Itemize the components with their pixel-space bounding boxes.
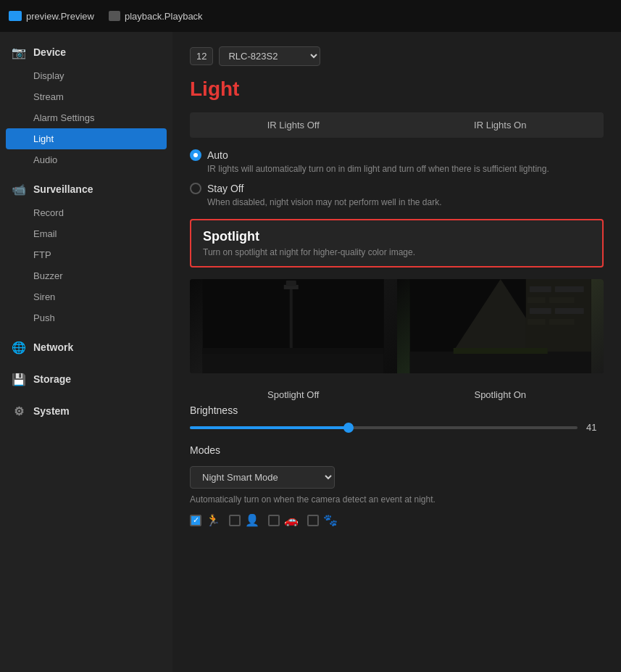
sidebar-system-header[interactable]: ⚙ System (0, 398, 172, 424)
modes-label: Modes (190, 444, 604, 456)
vehicle-icon: 🚗 (284, 513, 299, 527)
slider-thumb[interactable] (343, 423, 354, 433)
svg-rect-3 (286, 281, 296, 286)
detect-person: 👤 (229, 513, 259, 527)
sidebar-storage-section: 💾 Storage (0, 366, 172, 392)
sidebar-network-header[interactable]: 🌐 Network (0, 334, 172, 360)
mode-dropdown[interactable]: Night Smart Mode Auto Schedule (190, 466, 335, 489)
device-number: 12 (190, 47, 213, 65)
sidebar-item-light[interactable]: Light (6, 128, 167, 149)
person-icon: 👤 (245, 513, 259, 527)
radio-auto-text: Auto (207, 149, 228, 161)
sidebar-storage-label: Storage (33, 373, 71, 385)
mode-description: Automatically turn on when the camera de… (190, 494, 604, 505)
sidebar-item-stream[interactable]: Stream (0, 86, 172, 107)
person-checkbox[interactable] (229, 515, 241, 526)
sidebar-item-buzzer[interactable]: Buzzer (0, 265, 172, 286)
sidebar-surveillance-header: 📹 Surveillance (0, 176, 172, 202)
sidebar-item-push[interactable]: Push (0, 307, 172, 328)
radio-auto-label[interactable]: Auto (190, 149, 604, 161)
sidebar-item-ftp[interactable]: FTP (0, 244, 172, 265)
preview-left (190, 279, 397, 373)
sidebar-storage-header[interactable]: 💾 Storage (0, 366, 172, 392)
sidebar-network-label: Network (33, 341, 73, 353)
svg-rect-1 (290, 286, 293, 352)
svg-rect-14 (554, 308, 583, 314)
device-selector: 12 RLC-823S2 (190, 46, 604, 66)
sidebar-item-audio[interactable]: Audio (0, 149, 172, 170)
pet-checkbox[interactable] (307, 515, 319, 526)
svg-rect-10 (554, 286, 583, 292)
ir-tabs: IR Lights Off IR Lights On (190, 112, 604, 138)
svg-rect-13 (529, 308, 551, 314)
svg-rect-4 (203, 352, 384, 373)
preview-images: Spotlight Off Spotlight On (190, 279, 604, 405)
svg-rect-16 (549, 319, 574, 325)
slider-container: 41 (190, 422, 604, 433)
sidebar-item-display[interactable]: Display (0, 65, 172, 86)
radio-stayoff-circle[interactable] (190, 183, 201, 194)
content-area: 12 RLC-823S2 Light IR Lights Off IR Ligh… (172, 32, 621, 672)
motion-icon: 🏃 (206, 513, 220, 527)
radio-auto: Auto IR lights will automatically turn o… (190, 149, 604, 174)
preview-label-on: Spotlight On (397, 385, 604, 405)
sidebar-device-header: 📷 Device (0, 39, 172, 65)
playback-tab[interactable]: playback.Playback (109, 11, 203, 22)
preview-container (190, 279, 604, 373)
preview-label: preview.Preview (26, 11, 94, 22)
slider-fill (190, 426, 349, 429)
radio-auto-desc: IR lights will automatically turn on in … (207, 164, 604, 174)
spotlight-box[interactable]: Spotlight Turn on spotlight at night for… (190, 219, 604, 267)
vehicle-checkbox[interactable] (268, 515, 280, 526)
preview-tab[interactable]: preview.Preview (9, 11, 94, 22)
sidebar-item-email[interactable]: Email (0, 223, 172, 244)
brightness-value: 41 (586, 422, 604, 433)
main-layout: 📷 Device Display Stream Alarm Settings L… (0, 32, 621, 672)
sidebar-system-section: ⚙ System (0, 398, 172, 424)
svg-rect-17 (409, 352, 591, 373)
ir-tab-off[interactable]: IR Lights Off (190, 112, 397, 138)
detect-vehicle: 🚗 (268, 513, 299, 527)
system-icon: ⚙ (12, 404, 26, 418)
network-icon: 🌐 (12, 340, 26, 354)
title-prefix: L (190, 78, 202, 100)
radio-stayoff-text: Stay Off (207, 183, 243, 194)
radio-auto-circle[interactable] (190, 149, 201, 161)
svg-rect-9 (529, 286, 551, 292)
sidebar-item-alarm[interactable]: Alarm Settings (0, 107, 172, 128)
svg-rect-11 (527, 297, 545, 303)
sidebar: 📷 Device Display Stream Alarm Settings L… (0, 32, 172, 672)
preview-label-bar: Spotlight Off Spotlight On (190, 385, 604, 405)
sidebar-item-siren[interactable]: Siren (0, 286, 172, 307)
title-suffix: ight (202, 78, 239, 100)
radio-group: Auto IR lights will automatically turn o… (190, 149, 604, 207)
preview-label-off: Spotlight Off (190, 385, 397, 405)
sidebar-surveillance-label: Surveillance (33, 183, 93, 195)
device-icon: 📷 (12, 45, 26, 59)
svg-rect-18 (453, 348, 547, 354)
sidebar-item-record[interactable]: Record (0, 202, 172, 223)
sidebar-network-section: 🌐 Network (0, 334, 172, 360)
surveillance-icon: 📹 (12, 182, 26, 196)
radio-stayoff-label[interactable]: Stay Off (190, 183, 604, 194)
motion-checkbox[interactable]: ✓ (190, 515, 201, 526)
preview-right (397, 279, 604, 373)
device-dropdown[interactable]: RLC-823S2 (219, 46, 320, 66)
brightness-label: Brightness (190, 405, 604, 416)
sidebar-device-section: 📷 Device Display Stream Alarm Settings L… (0, 39, 172, 170)
sidebar-device-label: Device (33, 46, 66, 58)
ir-tab-on[interactable]: IR Lights On (397, 112, 604, 138)
sidebar-surveillance-section: 📹 Surveillance Record Email FTP Buzzer S… (0, 176, 172, 328)
preview-icon (9, 11, 22, 21)
playback-label: playback.Playback (125, 11, 203, 22)
radio-stayoff-desc: When disabled, night vision may not perf… (207, 197, 604, 207)
detection-row: ✓ 🏃 👤 🚗 🐾 (190, 513, 604, 527)
svg-rect-5 (203, 348, 384, 354)
spotlight-title: Spotlight (203, 229, 591, 244)
sidebar-system-label: System (33, 405, 70, 417)
brightness-slider[interactable] (190, 426, 578, 429)
pet-icon: 🐾 (323, 513, 338, 527)
radio-stayoff: Stay Off When disabled, night vision may… (190, 183, 604, 207)
topbar: preview.Preview playback.Playback (0, 0, 621, 32)
svg-rect-15 (527, 319, 545, 325)
